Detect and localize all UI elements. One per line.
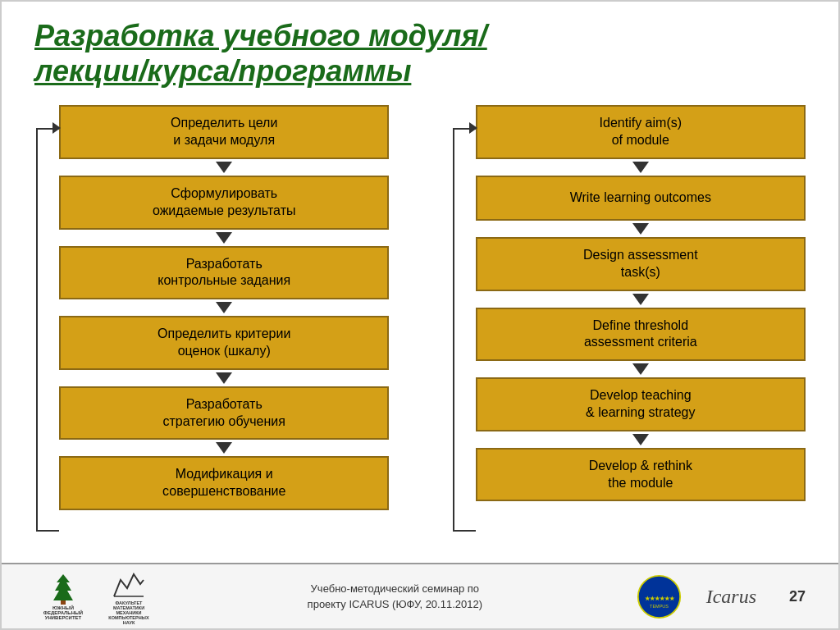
footer-logos: ЮЖНЫЙФЕДЕРАЛЬНЫЙУНИВЕРСИТЕТ ФАКУЛЬТЕТМАТ… [34,568,153,625]
sfu-icon [47,573,80,605]
left-box-3: Разработать контрольные задания [59,246,389,300]
right-loop-hbottom [453,530,476,532]
sfu-logo: ЮЖНЫЙФЕДЕРАЛЬНЫЙУНИВЕРСИТЕТ [34,573,92,620]
left-loop-hbottom [36,530,59,532]
slide-title: Разработка учебного модуля/ лекции/курса… [34,18,806,89]
footer-text-line1: Учебно-методический семинар по [170,581,620,597]
svg-text:TEMPUS: TEMPUS [650,604,669,609]
left-box-2: Сформулировать ожидаемые результаты [59,176,389,230]
left-box-1: Определить цели и задачи модуля [59,105,389,159]
left-loop-vline [36,128,38,532]
arrow-down-l5 [216,442,232,454]
arrow-down-l3 [216,302,232,313]
right-loop-arrow-top [469,122,477,134]
right-loop-vline [453,128,454,532]
flow-container: Определить цели и задачи модуля Сформули… [34,105,806,555]
arrow-down-r1 [632,162,649,173]
title-line2: лекции/курса/программы [34,54,411,88]
left-box-4: Определить критерии оценок (шкалу) [59,316,389,370]
svg-rect-1 [61,600,66,605]
svg-marker-0 [53,574,73,600]
icarus-logo: Icarus [706,586,756,608]
right-column-items: Identify aim(s) of module Write learning… [451,105,806,501]
fmkn-label: ФАКУЛЬТЕТМАТЕМАТИКИМЕХАНИКИКОМПЬЮТЕРНЫХН… [108,600,148,625]
right-box-5: Develop teaching & learning strategy [476,377,806,431]
arrow-down-r2 [632,223,649,235]
left-box-6: Модификация и совершенствование [59,456,389,510]
right-box-1: Identify aim(s) of module [476,105,806,159]
left-loop-arrow-top [52,122,61,134]
arrow-down-l2 [216,232,232,244]
right-box-4: Define threshold assessment criteria [476,308,806,362]
slide-number: 27 [789,588,806,605]
arrow-down-r3 [632,294,649,305]
arrow-down-r4 [632,363,649,375]
left-box-5: Разработать стратегию обучения [59,386,389,441]
svg-text:★★★★★★: ★★★★★★ [644,595,674,602]
arrow-down-l1 [216,162,232,173]
arrow-down-l4 [216,372,232,384]
right-box-6: Develop & rethink the module [476,448,806,502]
right-column-wrapper: Identify aim(s) of module Write learning… [451,105,806,555]
arrow-down-r5 [632,434,649,445]
left-column-wrapper: Определить цели и задачи модуля Сформули… [34,105,389,555]
footer: ЮЖНЫЙФЕДЕРАЛЬНЫЙУНИВЕРСИТЕТ ФАКУЛЬТЕТМАТ… [2,563,838,628]
right-box-3: Design assessment task(s) [476,237,806,291]
footer-text: Учебно-методический семинар по проекту I… [170,581,620,613]
title-line1: Разработка учебного модуля/ [34,19,487,52]
fmkn-logo: ФАКУЛЬТЕТМАТЕМАТИКИМЕХАНИКИКОМПЬЮТЕРНЫХН… [104,568,153,625]
fmkn-icon [112,568,145,600]
slide: Разработка учебного модуля/ лекции/курса… [0,0,840,630]
sfu-label: ЮЖНЫЙФЕДЕРАЛЬНЫЙУНИВЕРСИТЕТ [43,605,83,620]
slide-content: Разработка учебного модуля/ лекции/курса… [2,2,838,563]
footer-text-line2: проекту ICARUS (ЮФУ, 20.11.2012) [170,596,620,613]
left-column-items: Определить цели и задачи модуля Сформули… [34,105,389,510]
eu-logo: ★★★★★★ TEMPUS [637,574,682,619]
right-box-2: Write learning outcomes [476,176,806,221]
